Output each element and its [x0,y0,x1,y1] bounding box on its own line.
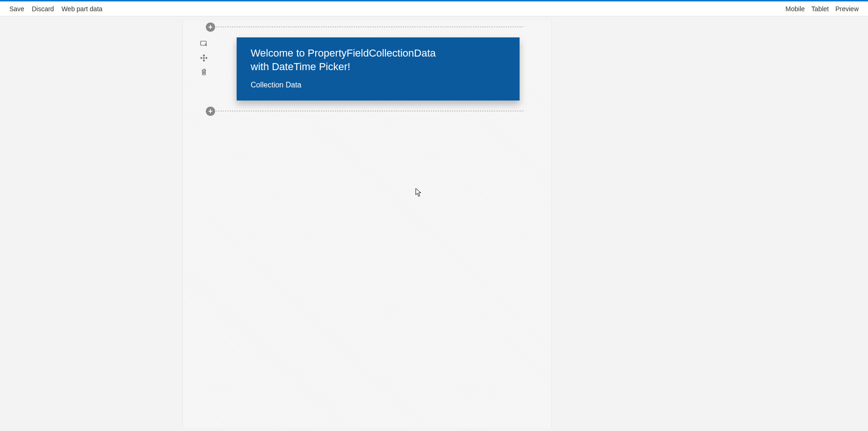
add-section-button-bottom[interactable] [205,106,216,116]
webpart-zone: Welcome to PropertyFieldCollectionData w… [183,33,551,105]
canvas-wrapper: Welcome to PropertyFieldCollectionData w… [0,16,868,428]
section-divider-bottom [211,111,523,111]
webpart-subtitle: Collection Data [251,81,506,89]
edit-icon[interactable] [200,40,208,48]
save-button[interactable]: Save [9,5,24,13]
mobile-view-button[interactable]: Mobile [786,5,805,13]
command-bar-right: Mobile Tablet Preview [786,5,859,13]
discard-button[interactable]: Discard [32,5,54,13]
command-bar: Save Discard Web part data Mobile Tablet… [0,1,868,16]
add-section-button-top[interactable] [205,22,216,32]
webpart-side-toolbar [197,37,211,101]
delete-icon[interactable] [200,68,208,76]
move-icon[interactable] [200,54,208,62]
webpart-title: Welcome to PropertyFieldCollectionData w… [251,47,447,73]
webpart-card-wrapper: Welcome to PropertyFieldCollectionData w… [211,37,523,101]
page-canvas: Welcome to PropertyFieldCollectionData w… [182,21,552,428]
preview-button[interactable]: Preview [835,5,859,13]
webpart-data-button[interactable]: Web part data [61,5,102,13]
webpart-card[interactable]: Welcome to PropertyFieldCollectionData w… [237,37,520,101]
section-divider-top [211,27,523,27]
tablet-view-button[interactable]: Tablet [811,5,829,13]
command-bar-left: Save Discard Web part data [9,5,102,13]
